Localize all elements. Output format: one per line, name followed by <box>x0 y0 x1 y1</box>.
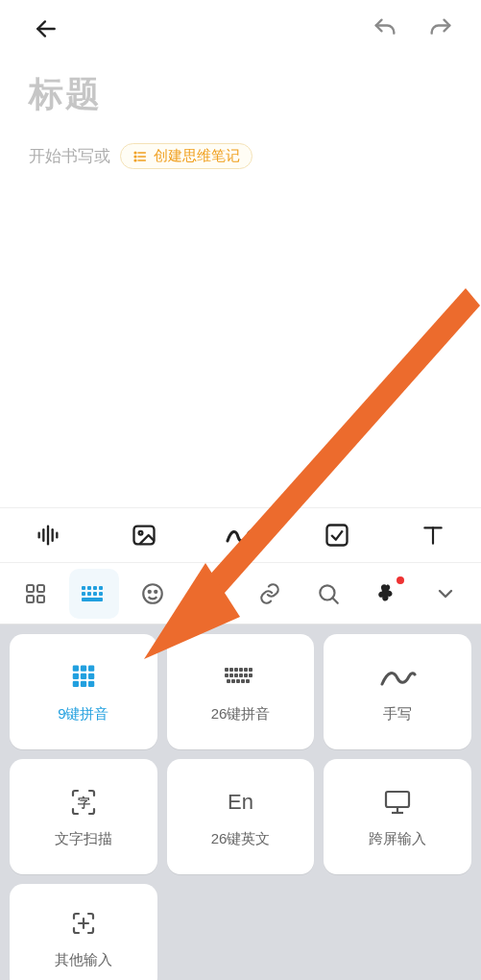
svg-rect-62 <box>246 679 250 683</box>
svg-rect-58 <box>227 679 230 683</box>
kb-header <box>0 563 481 625</box>
svg-rect-42 <box>88 673 94 678</box>
editor-toolbar <box>0 507 481 563</box>
tile-pinyin-26[interactable]: 26键拼音 <box>167 634 315 749</box>
kb-keyboard-button[interactable] <box>69 569 119 619</box>
svg-rect-26 <box>87 592 91 596</box>
toolbar-checkbox[interactable] <box>289 508 385 562</box>
svg-rect-61 <box>241 679 245 683</box>
tile-handwrite[interactable]: 手写 <box>324 634 471 749</box>
tile-english-26[interactable]: En 26键英文 <box>167 759 315 874</box>
ocr-icon: 字 <box>68 786 99 819</box>
svg-point-30 <box>143 584 162 603</box>
svg-point-5 <box>134 156 136 158</box>
kb-sticker-button[interactable] <box>186 569 236 619</box>
svg-rect-57 <box>249 674 253 677</box>
svg-point-33 <box>207 594 209 596</box>
notification-dot <box>397 576 404 584</box>
tile-ocr[interactable]: 字 文字扫描 <box>10 759 157 874</box>
svg-rect-20 <box>37 596 44 602</box>
svg-rect-37 <box>73 665 79 671</box>
svg-rect-51 <box>249 668 253 672</box>
svg-point-6 <box>134 159 136 161</box>
tile-other-input[interactable]: 其他输入 <box>10 884 157 980</box>
svg-rect-53 <box>229 674 233 677</box>
svg-rect-39 <box>88 665 94 671</box>
body-line[interactable]: 开始书写或 创建思维笔记 <box>29 143 452 169</box>
english-icon: En <box>228 786 253 819</box>
svg-rect-40 <box>73 673 79 678</box>
toolbar-text[interactable] <box>385 508 481 562</box>
kb-clover-button[interactable] <box>362 569 412 619</box>
svg-rect-38 <box>81 665 86 671</box>
tile-pinyin-9[interactable]: 9键拼音 <box>10 634 157 749</box>
svg-rect-59 <box>231 679 235 683</box>
svg-rect-12 <box>134 527 155 545</box>
svg-rect-52 <box>225 674 228 677</box>
toolbar-scribble[interactable] <box>192 508 288 562</box>
editor-area[interactable]: 标题 开始书写或 创建思维笔记 <box>0 71 481 169</box>
tile-cross-screen[interactable]: 跨屏输入 <box>324 759 471 874</box>
svg-rect-56 <box>244 674 248 677</box>
svg-rect-21 <box>82 586 85 590</box>
svg-rect-47 <box>229 668 233 672</box>
tile-label: 26键英文 <box>211 830 271 848</box>
mindnote-label: 创建思维笔记 <box>154 147 240 165</box>
svg-rect-22 <box>87 586 91 590</box>
svg-rect-43 <box>73 680 79 686</box>
undo-button[interactable] <box>368 12 402 46</box>
tile-label: 跨屏输入 <box>369 830 426 848</box>
svg-rect-44 <box>81 680 86 686</box>
svg-rect-25 <box>82 592 85 596</box>
svg-rect-48 <box>234 668 238 672</box>
toolbar-image[interactable] <box>96 508 192 562</box>
svg-point-13 <box>139 531 143 535</box>
tile-label: 手写 <box>383 705 412 723</box>
redo-button[interactable] <box>423 12 458 46</box>
tile-label: 26键拼音 <box>211 705 271 723</box>
svg-rect-54 <box>234 674 238 677</box>
svg-rect-18 <box>37 585 44 592</box>
svg-rect-55 <box>239 674 243 677</box>
keypad-26-icon <box>224 661 256 694</box>
back-button[interactable] <box>29 12 63 46</box>
tile-label: 文字扫描 <box>55 830 112 848</box>
toolbar-voice[interactable] <box>0 508 96 562</box>
kb-link-button[interactable] <box>245 569 295 619</box>
add-box-icon <box>69 907 98 940</box>
monitor-icon <box>382 786 413 819</box>
kb-search-button[interactable] <box>303 569 353 619</box>
svg-rect-23 <box>93 586 97 590</box>
svg-rect-28 <box>99 592 103 596</box>
svg-point-32 <box>155 590 156 592</box>
list-icon <box>132 149 148 164</box>
svg-rect-50 <box>244 668 248 672</box>
svg-rect-46 <box>225 668 228 672</box>
svg-point-4 <box>134 152 136 154</box>
handwrite-icon <box>378 661 417 694</box>
svg-rect-60 <box>236 679 240 683</box>
input-method-panel: 9键拼音 26键拼音 手写 字 文字扫描 En <box>0 625 481 980</box>
svg-rect-45 <box>88 680 94 686</box>
kb-emoji-button[interactable] <box>128 569 178 619</box>
create-mindnote-chip[interactable]: 创建思维笔记 <box>120 143 253 169</box>
svg-rect-19 <box>27 596 34 602</box>
body-placeholder: 开始书写或 <box>29 145 110 167</box>
svg-rect-29 <box>82 598 103 601</box>
svg-rect-14 <box>326 526 347 546</box>
svg-rect-64 <box>386 792 409 807</box>
title-input[interactable]: 标题 <box>29 71 452 118</box>
svg-rect-17 <box>27 585 34 592</box>
svg-rect-49 <box>239 668 243 672</box>
kb-apps-button[interactable] <box>11 569 60 619</box>
svg-point-34 <box>213 594 215 596</box>
topbar <box>0 0 481 58</box>
svg-text:字: 字 <box>77 796 89 810</box>
tile-label: 9键拼音 <box>58 705 108 723</box>
tile-label: 其他输入 <box>55 951 112 969</box>
svg-point-31 <box>148 590 150 592</box>
svg-rect-27 <box>93 592 97 596</box>
keypad-9-icon <box>69 661 98 694</box>
kb-collapse-button[interactable] <box>421 569 470 619</box>
svg-rect-41 <box>81 673 86 678</box>
